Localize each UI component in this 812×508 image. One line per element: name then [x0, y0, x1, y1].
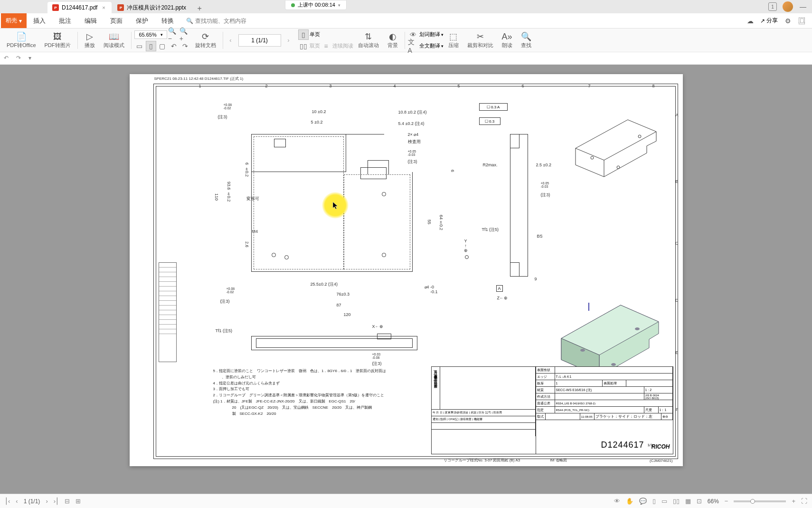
single-page-icon[interactable]: ▯	[298, 29, 309, 40]
fit-icon[interactable]: ⊡	[697, 498, 702, 505]
layout1-icon[interactable]: ▯	[652, 498, 656, 505]
rotate-left-icon[interactable]: ↶	[169, 41, 179, 51]
menu-search[interactable]: 🔍	[186, 18, 262, 24]
zoom-minus-mini[interactable]: ⊟	[65, 498, 70, 505]
ppt-icon: P	[117, 4, 124, 11]
zoom-slider[interactable]	[734, 500, 786, 502]
zoom-in-button[interactable]: 🔍+	[179, 29, 190, 40]
drawing-header: SPERC21 08-23-11 12:42:48 D1244617.TIF (…	[154, 76, 244, 81]
share-button[interactable]: ↗分享	[760, 17, 778, 25]
statusbar: ⎮‹ ‹ 1 (1/1) › ›⎮ ⊟ ⊞ 👁 ✋ 💬 ▯ ▭ ▯▯ ▦ ⊡ 6…	[0, 494, 812, 508]
toolbar: 📄 PDF转Office 🖼 PDF转图片 ▷ 播放 📖 阅读模式 65.65%…	[0, 29, 812, 52]
fit-page-icon[interactable]: ▯	[146, 41, 156, 51]
next-page-button[interactable]: ›	[46, 498, 47, 505]
svg-marker-0	[576, 120, 656, 177]
file-menu[interactable]: 稻壳▾	[1, 13, 27, 28]
redo-icon[interactable]: ↷	[16, 55, 24, 62]
zoom-out-button[interactable]: 🔍−	[168, 29, 179, 40]
zoom-in-button[interactable]: +	[792, 498, 795, 505]
file-tabs: P D1244617.pdf × P 冲压模具设计2021.pptx +	[0, 0, 204, 13]
comment-icon[interactable]: 💬	[639, 498, 647, 505]
tool-background[interactable]: ◐ 背景	[384, 30, 402, 50]
close-icon[interactable]: ×	[100, 4, 107, 11]
zoom-out-button[interactable]: −	[725, 498, 728, 505]
quickbar-dropdown-icon[interactable]: ▾	[28, 55, 36, 62]
tool-pdf2img[interactable]: 🖼 PDF转图片	[41, 30, 75, 50]
chevron-down-icon: ▾	[338, 3, 340, 8]
tool-play[interactable]: ▷ 播放	[81, 30, 99, 50]
pdf-icon: P	[52, 4, 59, 11]
book-icon: 📖	[109, 31, 119, 42]
chevron-down-icon: ▾	[161, 32, 163, 37]
hand-icon[interactable]: ✋	[626, 498, 633, 505]
svg-point-9	[611, 363, 616, 366]
tool-speak[interactable]: A» 朗读	[498, 30, 516, 50]
zoom-dropdown[interactable]: 65.65% ▾	[134, 30, 167, 39]
menu-convert[interactable]: 转换	[155, 17, 180, 25]
menu-edit[interactable]: 编辑	[78, 17, 104, 25]
rotate-icon: ⟳	[202, 31, 209, 42]
meeting-status[interactable]: 上课中 00:08:14 ▾	[285, 0, 347, 10]
svg-point-2	[638, 135, 641, 138]
rotate-right-icon[interactable]: ↷	[180, 41, 190, 51]
title-block: 年 月 日 | 変更事項/参照項目 | 承認 | 区分 記号 | 医療用 年 月…	[431, 366, 673, 454]
prev-page-button[interactable]: ‹	[226, 36, 236, 45]
last-page-button[interactable]: ›⎮	[54, 498, 59, 505]
quickbar: ↶ ↷ ▾	[0, 52, 812, 65]
titlebar: P D1244617.pdf × P 冲压模具设计2021.pptx + 上课中…	[0, 0, 812, 13]
next-page-button[interactable]: ›	[284, 36, 293, 45]
magnifier-icon: 🔍	[521, 31, 531, 42]
document-viewport[interactable]: SPERC21 08-23-11 12:42:48 D1244617.TIF (…	[0, 65, 812, 494]
titlebar-right: 1 —	[768, 1, 807, 12]
menu-insert[interactable]: 插入	[27, 17, 52, 25]
layout2-icon[interactable]: ▭	[661, 498, 667, 505]
first-page-button[interactable]: ⎮‹	[5, 498, 10, 505]
search-input[interactable]	[195, 18, 262, 24]
status-page: 1 (1/1)	[24, 498, 40, 505]
tool-cut-compare[interactable]: ✂ 裁剪和对比	[463, 30, 497, 50]
page-input[interactable]	[238, 34, 281, 47]
menubar: 稻壳▾ 插入 批注 编辑 页面 保护 转换 🔍 ☁ ↗分享 ⚙ ⿴	[0, 13, 812, 29]
translate-icon[interactable]: 文A	[408, 41, 418, 51]
avatar[interactable]	[783, 1, 793, 12]
prev-page-button[interactable]: ‹	[16, 498, 18, 505]
svg-point-8	[635, 327, 640, 330]
play-icon: ▷	[86, 31, 93, 42]
pdf-page: SPERC21 08-23-11 12:42:48 D1244617.TIF (…	[130, 74, 683, 466]
crop-icon: ✂	[477, 31, 484, 42]
bookmark-icon[interactable]: 1	[768, 2, 777, 11]
eye-icon[interactable]: 👁	[614, 498, 620, 505]
tool-rotate-doc[interactable]: ⟳ 旋转文档	[191, 30, 220, 50]
part-number: D1244617	[601, 440, 644, 450]
menu-protect[interactable]: 保护	[129, 17, 155, 25]
tab-pptx[interactable]: P 冲压模具设计2021.pptx	[113, 2, 191, 13]
tool-pdf2office[interactable]: 📄 PDF转Office	[3, 30, 40, 50]
layout4-icon[interactable]: ▦	[685, 498, 691, 505]
fit-width-icon[interactable]: ▭	[134, 41, 145, 51]
cloud-sync-icon[interactable]: ☁	[746, 17, 755, 25]
tool-read-mode[interactable]: 📖 阅读模式	[100, 30, 128, 50]
ricoh-logo: RICOH	[651, 443, 670, 450]
menu-annotate[interactable]: 批注	[52, 17, 78, 25]
zoom-plus-mini[interactable]: ⊞	[76, 498, 81, 505]
drawing-frame: 1 2 3 4 5 6 7 8 A B C D E F	[153, 84, 678, 459]
tab-pdf[interactable]: P D1244617.pdf ×	[47, 2, 112, 13]
tool-auto-scroll[interactable]: ⇅ 自动滚动	[354, 30, 383, 50]
continuous-icon[interactable]: ≡	[321, 41, 331, 51]
tab-label: 冲压模具设计2021.pptx	[127, 4, 186, 12]
gear-icon[interactable]: ⚙	[784, 17, 792, 25]
page-nav: ‹ ›	[226, 34, 293, 47]
menu-page[interactable]: 页面	[104, 17, 129, 25]
undo-icon[interactable]: ↶	[4, 55, 11, 62]
fullscreen-icon[interactable]: ⛶	[801, 498, 807, 505]
actual-size-icon[interactable]: ▢	[157, 41, 168, 51]
tool-find[interactable]: 🔍 查找	[517, 30, 535, 50]
layout3-icon[interactable]: ▯▯	[673, 498, 680, 505]
add-tab-button[interactable]: +	[195, 4, 204, 13]
tool-compress[interactable]: ⬚ 压缩	[444, 30, 463, 50]
minimize-icon[interactable]: —	[799, 2, 807, 11]
compress-icon: ⬚	[449, 31, 457, 42]
svg-point-1	[591, 156, 594, 159]
panel-icon[interactable]: ⿴	[798, 17, 806, 25]
double-page-icon[interactable]: ▯▯	[298, 41, 309, 51]
